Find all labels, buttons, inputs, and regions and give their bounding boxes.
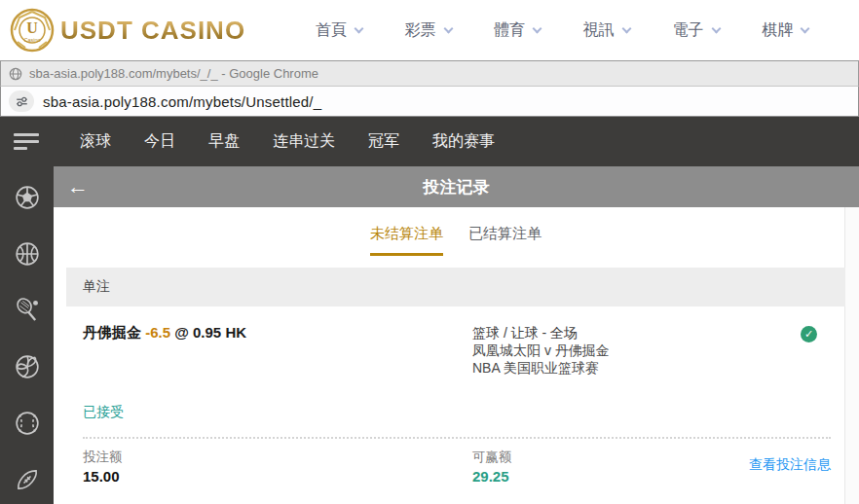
main-nav: 首頁 彩票 體育 視訊 電子 棋牌 — [245, 20, 849, 41]
tab-settled[interactable]: 已结算注单 — [468, 225, 542, 256]
nav-item-home[interactable]: 首頁 — [316, 20, 362, 41]
logo-wordmark: USDT CASINO — [60, 16, 245, 46]
bet-card: 丹佛掘金 -6.5 @ 0.95 HK 篮球 / 让球 - 全场 凤凰城太阳 v… — [66, 306, 845, 485]
sports-nav-outright[interactable]: 冠军 — [368, 131, 399, 152]
team-name: 丹佛掘金 — [83, 324, 141, 341]
sports-nav-parlay[interactable]: 连串过关 — [273, 131, 335, 152]
site-logo[interactable]: U Casino USDT CASINO — [10, 8, 245, 53]
bet-tabs: 未结算注单 已结算注单 — [66, 207, 845, 256]
chevron-down-icon — [354, 23, 363, 33]
hamburger-menu-icon[interactable] — [14, 129, 39, 154]
bet-selection: 丹佛掘金 -6.5 @ 0.95 HK — [83, 324, 472, 342]
nav-item-live[interactable]: 視訊 — [583, 20, 630, 41]
chevron-down-icon — [533, 23, 542, 33]
view-bet-details-link[interactable]: 查看投注信息 — [749, 456, 831, 474]
stake-value: 15.00 — [83, 468, 472, 485]
nav-item-slots[interactable]: 電子 — [673, 20, 720, 41]
tab-unsettled[interactable]: 未结算注单 — [370, 225, 443, 256]
bet-totals: 投注额 15.00 可赢额 29.25 查看投注信息 — [83, 439, 845, 485]
browser-title-bar: sba-asia.poly188.com/mybets/_/_ - Google… — [0, 60, 859, 86]
bet-history-content: 未结算注单 已结算注单 单注 丹佛掘金 -6.5 @ 0.95 HK 篮球 / … — [54, 207, 859, 504]
section-label: 单注 — [83, 278, 110, 296]
soccer-icon[interactable] — [14, 184, 41, 211]
at-sign: @ — [174, 324, 189, 341]
league-name: NBA 美国职业篮球赛 — [472, 359, 801, 377]
site-settings-icon[interactable] — [9, 90, 34, 112]
nav-label: 彩票 — [405, 20, 436, 41]
nav-label: 電子 — [673, 20, 704, 41]
tennis-icon[interactable] — [14, 297, 41, 324]
market-type: 篮球 / 让球 - 全场 — [472, 324, 801, 342]
payout-block: 可赢额 29.25 — [472, 449, 749, 485]
payout-value: 29.25 — [472, 468, 749, 485]
baseball-icon[interactable] — [14, 410, 41, 437]
sports-side-rail — [0, 166, 54, 504]
nav-item-cards[interactable]: 棋牌 — [762, 20, 808, 41]
sports-nav-bar: 滚球 今日 早盘 连串过关 冠军 我的赛事 — [0, 117, 859, 166]
chevron-down-icon — [711, 23, 721, 33]
url-text[interactable]: sba-asia.poly188.com/mybets/Unsettled/_ — [43, 93, 321, 110]
nav-item-lottery[interactable]: 彩票 — [405, 20, 452, 41]
sports-nav-myevents[interactable]: 我的赛事 — [432, 131, 495, 152]
american-football-icon[interactable] — [14, 466, 41, 493]
site-header: U Casino USDT CASINO 首頁 彩票 體育 視訊 電子 棋牌 — [0, 0, 859, 60]
nav-label: 首頁 — [316, 20, 347, 41]
sports-nav-early[interactable]: 早盘 — [208, 131, 240, 152]
single-bet-section-header: 单注 — [66, 268, 845, 306]
page-title: 投注记录 — [54, 176, 859, 198]
stake-block: 投注额 15.00 — [83, 449, 472, 485]
match-name: 凤凰城太阳 v 丹佛掘金 — [472, 342, 801, 359]
bet-status: 已接受 — [83, 404, 845, 421]
sports-nav-today[interactable]: 今日 — [144, 131, 175, 152]
handicap-value: -6.5 — [145, 324, 170, 341]
nav-label: 棋牌 — [762, 20, 793, 41]
page-header: ← 投注记录 — [54, 166, 859, 207]
nav-item-sports[interactable]: 體育 — [494, 20, 541, 41]
svg-text:U: U — [26, 19, 38, 36]
chevron-down-icon — [801, 23, 810, 33]
payout-label: 可赢额 — [472, 449, 749, 466]
app-body: ← 投注记录 未结算注单 已结算注单 单注 丹佛掘金 -6.5 @ 0.95 H… — [0, 166, 859, 504]
stake-label: 投注额 — [83, 449, 472, 466]
sports-nav-inplay[interactable]: 滚球 — [80, 131, 111, 152]
nav-label: 體育 — [494, 20, 525, 41]
browser-url-bar[interactable]: sba-asia.poly188.com/mybets/Unsettled/_ — [0, 86, 859, 117]
volleyball-icon[interactable] — [14, 353, 41, 380]
accepted-check-icon: ✓ — [801, 326, 817, 342]
svg-text:Casino: Casino — [23, 37, 40, 43]
nav-label: 視訊 — [583, 20, 615, 41]
odds-value: 0.95 HK — [193, 324, 246, 341]
chevron-down-icon — [621, 23, 631, 33]
chevron-down-icon — [443, 23, 453, 33]
basketball-icon[interactable] — [14, 240, 41, 268]
logo-ball-icon: U Casino — [10, 8, 55, 53]
main-pane: ← 投注记录 未结算注单 已结算注单 单注 丹佛掘金 -6.5 @ 0.95 H… — [54, 166, 859, 504]
favicon-globe-icon — [9, 67, 22, 81]
market-info: 篮球 / 让球 - 全场 凤凰城太阳 v 丹佛掘金 NBA 美国职业篮球赛 — [472, 324, 801, 377]
window-title: sba-asia.poly188.com/mybets/_/_ - Google… — [29, 66, 318, 81]
